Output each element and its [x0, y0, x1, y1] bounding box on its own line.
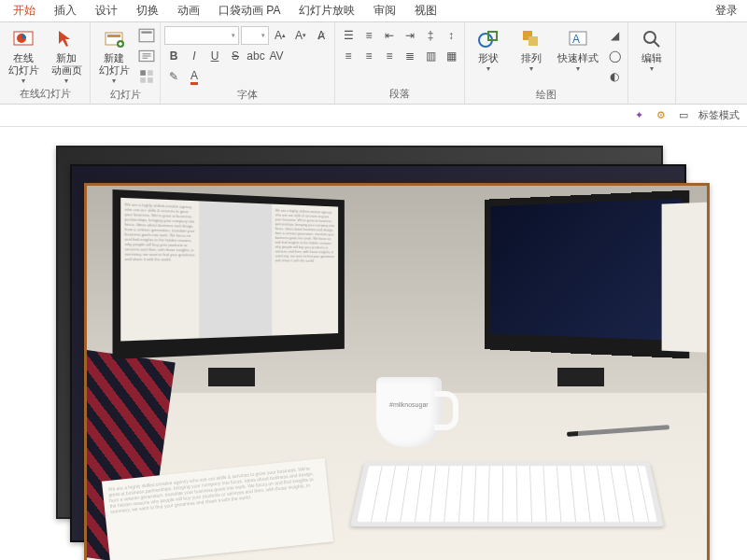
mug-text: #milknosugar — [389, 401, 429, 408]
quick-styles-icon: A — [567, 28, 589, 50]
document-image — [199, 201, 271, 338]
chevron-down-icon: ▾ — [112, 77, 116, 85]
edit-button[interactable]: 编辑 ▾ — [632, 24, 671, 73]
tag-mode-icon[interactable]: ▭ — [676, 108, 691, 123]
slide-canvas[interactable]: We are a highly skilled creative agency … — [0, 127, 747, 560]
group-label — [632, 99, 671, 104]
shadow-button[interactable]: abc — [247, 47, 265, 65]
tab-start[interactable]: 开始 — [4, 0, 45, 21]
arrange-button[interactable]: 排列 ▾ — [512, 24, 551, 73]
underline-button[interactable]: U — [205, 47, 224, 65]
online-slides-button[interactable]: 在线幻灯片 ▾ — [4, 24, 43, 85]
align-right-button[interactable]: ≡ — [380, 47, 399, 65]
shapes-button[interactable]: 形状 ▾ — [469, 24, 508, 73]
layout-icon — [138, 27, 155, 44]
quick-styles-button[interactable]: A 快速样式 ▾ — [555, 24, 601, 73]
magic-icon[interactable]: ✦ — [631, 108, 646, 123]
tab-insert[interactable]: 插入 — [45, 0, 86, 21]
layout-button[interactable] — [137, 26, 156, 45]
document-text: We are a highly skilled creative agency … — [272, 204, 338, 336]
line-spacing-icon: ‡ — [428, 29, 434, 42]
align-center-button[interactable]: ≡ — [359, 47, 378, 65]
align-center-icon: ≡ — [365, 49, 372, 63]
outdent-icon: ⇤ — [385, 29, 394, 42]
font-size-select[interactable]: ▾ — [241, 26, 269, 45]
indent-dec-button[interactable]: ⇤ — [380, 26, 399, 45]
chevron-down-icon: ▾ — [576, 64, 580, 73]
indent-inc-button[interactable]: ⇥ — [401, 26, 419, 45]
gear-icon[interactable]: ⚙ — [654, 108, 669, 123]
pen — [567, 425, 669, 437]
text-direction-icon: ↕ — [448, 29, 454, 42]
chevron-down-icon: ▾ — [486, 64, 490, 73]
line-spacing-button[interactable]: ‡ — [421, 26, 440, 45]
clear-format-button[interactable]: A̷ — [312, 26, 331, 45]
new-slide-button[interactable]: 新建幻灯片 ▾ — [94, 24, 134, 85]
svg-rect-5 — [139, 29, 154, 42]
bullets-icon: ☰ — [344, 29, 354, 42]
tab-design[interactable]: 设计 — [86, 0, 127, 21]
columns-button[interactable]: ▥ — [421, 47, 440, 65]
reset-icon — [138, 48, 155, 64]
chevron-down-icon: ▾ — [232, 32, 235, 39]
svg-rect-8 — [140, 70, 146, 76]
eraser-icon: A̷ — [317, 29, 325, 42]
group-font: ▾ ▾ A▴ A▾ A̷ B I U S abc AV ✎ A — [161, 22, 335, 104]
smartart-button[interactable]: ▦ — [442, 47, 460, 65]
shape-effects-button[interactable]: ◐ — [605, 67, 624, 86]
new-anim-page-button[interactable]: 新加动画页 ▾ — [47, 24, 86, 85]
strike-button[interactable]: S — [226, 47, 245, 65]
shape-outline-button[interactable]: ◯ — [605, 47, 624, 65]
outline-icon: ◯ — [609, 49, 621, 63]
font-family-select[interactable]: ▾ — [164, 26, 239, 45]
svg-rect-15 — [529, 36, 538, 46]
tab-animation[interactable]: 动画 — [168, 0, 209, 21]
find-icon — [641, 28, 663, 50]
svg-rect-11 — [148, 77, 153, 83]
highlight-icon: ✎ — [169, 70, 178, 83]
align-left-button[interactable]: ≡ — [339, 47, 358, 65]
tab-review[interactable]: 审阅 — [364, 0, 405, 21]
bullets-button[interactable]: ☰ — [339, 26, 358, 45]
shrink-font-button[interactable]: A▾ — [291, 26, 310, 45]
svg-rect-6 — [141, 32, 151, 34]
left-monitor: We are a highly skilled creative agency … — [112, 189, 344, 359]
svg-rect-10 — [140, 77, 146, 83]
char-spacing-icon: AV — [269, 49, 283, 63]
svg-text:A: A — [572, 33, 580, 46]
tag-mode-label[interactable]: 标签模式 — [698, 108, 740, 122]
group-label: 在线幻灯片 — [4, 85, 86, 104]
numbering-icon: ≡ — [365, 29, 372, 42]
spacing-button[interactable]: AV — [267, 47, 286, 65]
font-color-button[interactable]: A — [185, 67, 204, 86]
section-button[interactable] — [137, 67, 156, 86]
group-label: 幻灯片 — [94, 86, 156, 105]
bucket-icon: ◢ — [611, 29, 619, 42]
slide-stack-front[interactable]: We are a highly skilled creative agency … — [84, 183, 710, 560]
new-anim-label: 新加动画页 — [51, 52, 82, 77]
italic-button[interactable]: I — [185, 47, 204, 65]
justify-button[interactable]: ≣ — [401, 47, 419, 65]
bold-button[interactable]: B — [164, 47, 183, 65]
coffee-mug: #milknosugar — [376, 377, 442, 447]
grow-font-button[interactable]: A▴ — [271, 26, 289, 45]
group-online-slides: 在线幻灯片 ▾ 新加动画页 ▾ 在线幻灯片 — [0, 22, 91, 104]
highlight-button[interactable]: ✎ — [164, 67, 183, 86]
tab-pocket-anim[interactable]: 口袋动画 PA — [209, 0, 289, 21]
chevron-down-icon: ▾ — [650, 64, 654, 73]
keyboard — [350, 462, 664, 526]
login-button[interactable]: 登录 — [710, 0, 743, 21]
tab-slideshow[interactable]: 幻灯片放映 — [289, 0, 364, 21]
secondary-toolbar: ✦ ⚙ ▭ 标签模式 — [0, 105, 747, 127]
convert-smartart-icon: ▦ — [446, 49, 457, 63]
reset-button[interactable] — [137, 47, 156, 65]
tab-transition[interactable]: 切换 — [127, 0, 168, 21]
align-right-icon: ≡ — [386, 49, 392, 63]
tab-view[interactable]: 视图 — [405, 0, 446, 21]
group-label: 绘图 — [469, 86, 624, 105]
justify-icon: ≣ — [405, 49, 415, 63]
numbering-button[interactable]: ≡ — [359, 26, 378, 45]
right-monitor — [485, 190, 690, 359]
shape-fill-button[interactable]: ◢ — [605, 26, 624, 45]
text-direction-button[interactable]: ↕ — [442, 26, 460, 45]
